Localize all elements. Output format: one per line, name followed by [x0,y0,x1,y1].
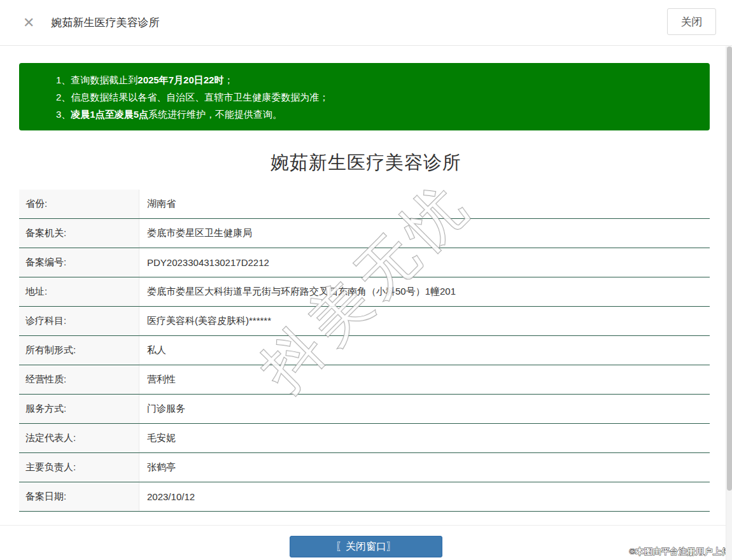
close-button[interactable]: 关闭 [667,8,716,35]
row-value: 2023/10/12 [139,482,710,511]
table-row-address: 地址: 娄底市娄星区大科街道早元街与环府路交叉口东南角（小科50号）1幢201 [19,277,710,307]
close-window-button[interactable]: 〖关闭窗口〗 [290,536,442,557]
row-label: 省份: [19,190,139,218]
table-row-service-mode: 服务方式: 门诊服务 [19,395,710,424]
row-value: 娄底市娄星区卫生健康局 [139,219,710,248]
notice-text: ； [223,74,233,85]
info-table: 省份: 湖南省 备案机关: 娄底市娄星区卫生健康局 备案编号: PDY20233… [19,190,710,512]
table-row-filing-number: 备案编号: PDY20233043130217D2212 [19,248,710,277]
row-label: 法定代表人: [19,424,139,452]
table-row-legal-representative: 法定代表人: 毛安妮 [19,424,710,453]
notice-text: 查询数据截止到 [71,74,137,85]
row-value: 私人 [139,336,710,365]
row-value: 娄底市娄星区大科街道早元街与环府路交叉口东南角（小科50号）1幢201 [139,277,710,306]
row-value: PDY20233043130217D2212 [139,248,710,277]
window-title: 婉茹新生医疗美容诊所 [51,15,159,30]
row-value: 毛安妮 [139,424,710,452]
table-row-treatment-subjects: 诊疗科目: 医疗美容科(美容皮肤科)****** [19,307,710,336]
row-value: 湖南省 [139,190,710,218]
notice-text: 信息数据结果以各省、自治区、直辖市卫生健康委数据为准； [71,92,328,102]
row-label: 备案编号: [19,248,139,277]
row-label: 经营性质: [19,365,139,394]
row-value: 医疗美容科(美容皮肤科)****** [139,307,710,335]
notice-line-number: 2、 [56,92,71,102]
table-row-filing-date: 备案日期: 2023/10/12 [19,482,710,512]
page-title: 婉茹新生医疗美容诊所 [0,150,732,176]
notice-text: 系统进行维护，不能提供查询。 [148,109,282,120]
table-row-province: 省份: 湖南省 [19,190,710,219]
notice-line-2: 2、信息数据结果以各省、自治区、直辖市卫生健康委数据为准； [56,88,710,106]
notice-line-3: 3、凌晨1点至凌晨5点系统进行维护，不能提供查询。 [56,106,710,123]
row-label: 主要负责人: [19,453,139,482]
page-footer: 〖关闭窗口〗 [0,525,732,557]
table-row-main-person-in-charge: 主要负责人: 张鹤亭 [19,453,710,482]
scrollbar-thumb[interactable] [727,46,732,491]
notice-bold-text: 2025年7月20日22时 [137,74,223,85]
notice-line-number: 1、 [56,74,71,85]
notice-banner: 1、查询数据截止到2025年7月20日22时； 2、信息数据结果以各省、自治区、… [19,63,710,130]
row-value: 营利性 [139,365,710,394]
notice-line-number: 3、 [56,109,71,120]
row-label: 诊疗科目: [19,307,139,335]
table-row-filing-authority: 备案机关: 娄底市娄星区卫生健康局 [19,219,710,248]
notice-line-1: 1、查询数据截止到2025年7月20日22时； [56,71,710,88]
row-label: 服务方式: [19,395,139,423]
row-label: 备案日期: [19,482,139,511]
row-value: 门诊服务 [139,395,710,423]
row-label: 所有制形式: [19,336,139,365]
row-value: 张鹤亭 [139,453,710,482]
scrollbar-track[interactable] [726,46,732,560]
close-icon[interactable]: ✕ [23,16,34,30]
row-label: 地址: [19,277,139,306]
row-label: 备案机关: [19,219,139,248]
notice-bold-text: 凌晨1点至凌晨5点 [71,109,148,120]
table-row-business-nature: 经营性质: 营利性 [19,365,710,395]
table-row-ownership: 所有制形式: 私人 [19,336,710,365]
window-header: ✕ 婉茹新生医疗美容诊所 关闭 [0,0,732,46]
